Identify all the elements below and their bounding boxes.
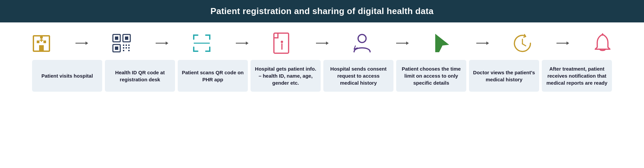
card-consent: Hospital sends consent request to access… [323,60,393,92]
svg-marker-35 [406,41,409,45]
card-qr: Health ID QR code at registration desk [105,60,175,92]
card-choose: Patient chooses the time limit on access… [396,60,466,92]
scan-icon [191,32,212,54]
svg-rect-28 [274,33,289,53]
card-notification-label: After treatment, patient receives notifi… [546,65,608,86]
arrow-1 [71,40,92,47]
card-choose-label: Patient chooses the time limit on access… [400,65,462,86]
user-consent-icon [351,32,373,54]
svg-rect-10 [115,36,118,40]
info-document-icon [273,32,291,54]
clock-history-icon-cell [492,32,552,54]
arrow-4 [312,40,332,47]
card-history: Doctor views the patient's medical histo… [469,60,539,92]
svg-rect-12 [125,36,128,40]
cards-row: Patient visits hospital Health ID QR cod… [10,60,634,92]
svg-marker-32 [326,41,329,45]
arrow-7 [552,40,573,47]
svg-rect-19 [126,47,127,49]
hospital-icon [31,32,52,54]
qr-code-icon-cell [92,32,152,54]
svg-marker-27 [246,41,249,45]
svg-marker-39 [486,41,489,45]
clock-history-icon [512,32,533,54]
hospital-icon-cell [11,32,71,54]
card-consent-label: Hospital sends consent request to access… [327,65,389,86]
arrow-6 [472,40,492,47]
card-history-label: Doctor views the patient's medical histo… [473,69,535,83]
svg-rect-15 [123,45,124,46]
svg-rect-4 [39,45,44,51]
svg-rect-17 [128,45,130,46]
svg-point-29 [281,41,283,43]
card-scan-label: Patient scans QR code on PHR app [182,69,244,83]
svg-rect-18 [123,47,124,49]
arrow-3 [232,40,252,47]
cursor-select-icon-cell [412,32,472,54]
main-content: Patient visits hospital Health ID QR cod… [0,22,644,98]
svg-rect-20 [128,47,130,49]
card-info: Hospital gets patient info. – health ID,… [251,60,321,92]
qr-code-icon [111,32,132,54]
scan-icon-cell [172,32,232,54]
card-hospital-label: Patient visits hospital [41,72,93,79]
page-header: Patient registration and sharing of digi… [0,0,644,22]
svg-rect-2 [43,40,46,43]
user-consent-icon-cell [332,32,392,54]
arrow-5 [392,40,412,47]
svg-marker-43 [567,41,569,45]
bell-notification-icon [593,32,613,54]
header-title: Patient registration and sharing of digi… [210,6,434,16]
svg-rect-3 [40,35,43,38]
svg-marker-24 [166,41,168,45]
info-document-icon-cell [252,32,312,54]
svg-rect-16 [126,45,127,46]
svg-marker-8 [86,41,88,45]
bell-notification-icon-cell [573,32,633,54]
svg-rect-21 [123,50,124,51]
card-hospital: Patient visits hospital [32,60,102,92]
svg-rect-1 [37,40,39,43]
icons-row [10,32,634,54]
card-qr-label: Health ID QR code at registration desk [109,69,171,83]
svg-point-33 [358,34,366,43]
svg-rect-22 [128,50,130,51]
arrow-2 [152,40,172,47]
svg-rect-14 [115,47,118,50]
card-scan: Patient scans QR code on PHR app [178,60,248,92]
svg-line-41 [522,44,526,46]
card-info-label: Hospital gets patient info. – health ID,… [255,65,317,86]
card-notification: After treatment, patient receives notifi… [542,60,612,92]
cursor-select-icon [433,32,452,54]
